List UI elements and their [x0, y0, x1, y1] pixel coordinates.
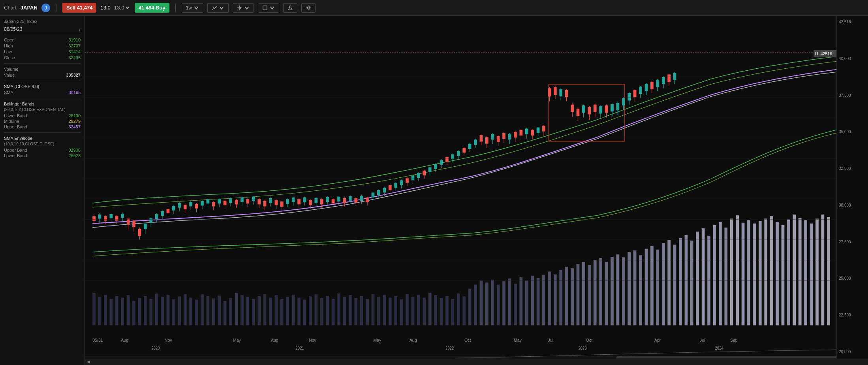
svg-rect-297 [542, 126, 545, 131]
svg-rect-203 [275, 200, 278, 205]
bottom-scrollbar[interactable]: ◀ [85, 358, 868, 365]
volume-value-label: Value [4, 73, 15, 77]
collapse-button[interactable]: ‹ [79, 26, 81, 32]
bb-upper-value: 32457 [68, 124, 81, 129]
flask-button[interactable] [283, 3, 297, 13]
svg-rect-18 [149, 299, 152, 325]
svg-rect-163 [161, 211, 164, 216]
svg-rect-287 [514, 132, 517, 137]
xaxis-start: 05/31 [92, 337, 103, 342]
svg-rect-107 [656, 250, 659, 325]
divider-bb [4, 132, 81, 133]
svg-rect-125 [759, 221, 762, 325]
svg-rect-20 [161, 297, 164, 325]
sell-button[interactable]: Sell 41,474 [62, 3, 97, 13]
svg-rect-79 [497, 284, 500, 325]
svg-rect-195 [252, 197, 255, 201]
crosshair-button[interactable] [233, 3, 254, 13]
price-32500: 32,500 [839, 166, 866, 171]
svg-rect-115 [702, 228, 705, 325]
env-lower-label: Lower Band [4, 153, 27, 158]
svg-rect-134 [810, 224, 813, 325]
svg-rect-63 [406, 294, 409, 325]
svg-rect-111 [679, 238, 682, 325]
xaxis-aug2: Aug [271, 337, 278, 342]
price-30000: 30,000 [839, 203, 866, 207]
svg-rect-14 [127, 295, 130, 325]
svg-rect-76 [480, 280, 483, 325]
svg-rect-132 [798, 218, 802, 325]
svg-rect-90 [559, 270, 562, 325]
cursor-button[interactable] [258, 3, 279, 13]
svg-rect-145 [109, 214, 113, 218]
svg-rect-332 [639, 87, 642, 94]
svg-rect-267 [457, 151, 460, 156]
divider-vol [4, 81, 81, 81]
divider-1 [56, 4, 56, 12]
svg-rect-3 [263, 6, 267, 10]
svg-rect-8 [92, 293, 96, 325]
scrollbar-label: ◀ [87, 359, 90, 364]
svg-rect-97 [599, 258, 602, 325]
divider-sma [4, 98, 81, 98]
svg-rect-118 [719, 222, 722, 325]
svg-rect-70 [445, 296, 449, 325]
svg-rect-261 [440, 160, 443, 165]
svg-rect-358 [616, 356, 836, 358]
svg-rect-29 [212, 298, 215, 325]
svg-rect-23 [178, 296, 181, 325]
buy-button[interactable]: 41,484 Buy [135, 3, 169, 13]
svg-rect-112 [685, 235, 688, 325]
svg-rect-135 [815, 218, 819, 325]
svg-rect-39 [269, 297, 272, 325]
svg-rect-344 [673, 73, 676, 80]
high-label: High [4, 43, 13, 48]
svg-rect-64 [411, 297, 415, 325]
svg-rect-179 [207, 199, 210, 203]
svg-rect-49 [326, 296, 329, 325]
svg-rect-95 [588, 265, 591, 325]
svg-rect-124 [753, 224, 756, 325]
svg-rect-229 [349, 196, 352, 201]
svg-rect-209 [292, 198, 295, 202]
price-37500: 37,500 [839, 93, 866, 98]
price-dropdown[interactable]: 13.0 [113, 4, 131, 11]
svg-rect-43 [292, 295, 295, 325]
timeframe-label: 1w [186, 5, 192, 11]
svg-rect-281 [497, 136, 500, 142]
svg-rect-289 [519, 130, 522, 135]
xaxis-2022: 2022 [445, 346, 454, 350]
svg-rect-271 [468, 144, 472, 149]
xaxis-may2: May [373, 337, 381, 342]
settings-button[interactable] [301, 3, 316, 13]
timeframe-button[interactable]: 1w [182, 3, 203, 13]
svg-rect-318 [599, 106, 602, 114]
svg-rect-9 [98, 297, 101, 325]
indicators-button[interactable] [207, 3, 229, 13]
main-content: Japan 225, Index 06/05/23 ‹ Open 31910 H… [0, 16, 868, 365]
svg-rect-104 [639, 255, 642, 325]
svg-rect-52 [343, 297, 346, 325]
sma-value: 30165 [68, 90, 81, 95]
svg-rect-58 [377, 297, 380, 325]
symbol-icon: J [41, 4, 50, 12]
svg-rect-120 [730, 218, 733, 325]
svg-rect-205 [280, 201, 284, 207]
svg-rect-77 [485, 282, 488, 325]
bb-subtitle: (20,0,-2,2,CLOSE,EXPONENTIAL) [4, 107, 81, 112]
svg-rect-85 [531, 276, 534, 325]
svg-rect-92 [571, 268, 574, 325]
svg-rect-147 [115, 216, 118, 220]
low-row: Low 31414 [4, 49, 81, 54]
xaxis-aug1: Aug [121, 337, 128, 342]
svg-rect-93 [577, 264, 580, 325]
env-title: SMA Envelope [4, 136, 81, 141]
bb-lower-label: Lower Band [4, 113, 27, 118]
svg-rect-259 [434, 164, 437, 169]
svg-rect-173 [189, 202, 192, 206]
svg-rect-13 [121, 297, 124, 325]
svg-rect-106 [650, 246, 654, 325]
svg-rect-65 [417, 295, 420, 325]
svg-rect-324 [616, 103, 620, 111]
chart-area[interactable]: 05/31 Aug Nov 2020 May Aug Nov 2021 May … [85, 16, 836, 358]
